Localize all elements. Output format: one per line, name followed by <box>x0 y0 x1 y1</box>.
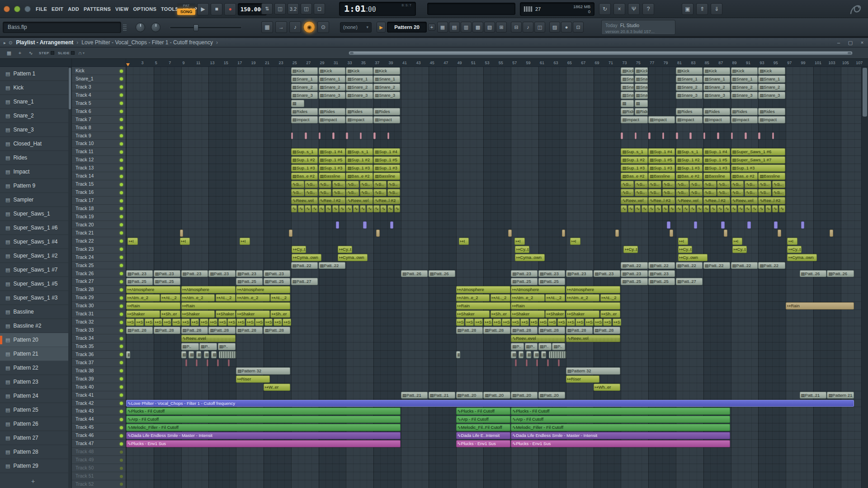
clip[interactable]: ▤Snare_1 <box>319 75 345 83</box>
clip[interactable]: ↦Rain <box>126 302 180 310</box>
clip[interactable]: ∿Arp - Fil Cutoff <box>511 416 730 423</box>
track-row-41[interactable]: Track 41 <box>72 391 126 399</box>
clip[interactable]: ▤Bassline <box>373 173 400 180</box>
clip[interactable]: ∿S.. <box>346 189 359 196</box>
step-toggle[interactable]: STEP <box>39 51 54 55</box>
slide-toggle[interactable]: SLIDE <box>58 51 75 55</box>
clip[interactable]: ↦I <box>732 238 743 245</box>
clip[interactable]: ↦S.. <box>200 319 208 326</box>
track-led-icon[interactable] <box>120 305 123 308</box>
add-pattern-plus-button[interactable]: + <box>28 478 38 486</box>
position-display[interactable] <box>427 3 515 15</box>
clip[interactable]: ▤Pattern 32 <box>236 367 290 375</box>
clip[interactable]: ↦I <box>514 238 525 245</box>
playlist-options-icon[interactable]: ▦ <box>5 49 14 57</box>
clip[interactable]: ∿S.. <box>689 181 703 188</box>
track-row-35[interactable]: Track 35 <box>72 343 126 351</box>
clip[interactable]: ∿S.. <box>648 189 661 196</box>
clip[interactable]: ▤Patt..23 <box>594 270 620 277</box>
track-row-11[interactable]: Track 11 <box>72 148 126 156</box>
clip[interactable]: ▤Patt..23 <box>566 270 593 277</box>
clip[interactable]: ∿Reev..evel <box>511 335 565 342</box>
pattern-item-18[interactable]: ▤Bassline <box>0 305 68 319</box>
toggle-browser[interactable]: ▧ <box>484 22 495 33</box>
clip[interactable]: ∿S.. <box>635 189 648 196</box>
clip[interactable]: ▤P.. <box>525 343 538 350</box>
clip[interactable]: ▤Bassline <box>319 173 345 180</box>
clip[interactable]: ∿S.. <box>745 189 758 196</box>
clip[interactable]: ▤Sup..1 #4 <box>319 148 345 155</box>
clip[interactable] <box>747 221 751 229</box>
clip[interactable]: ▤Snare_1 <box>758 75 785 83</box>
clip[interactable]: ↦S.. <box>520 319 529 326</box>
pattern-item-4[interactable]: ▤Snare_2 <box>0 109 68 123</box>
track-led-icon[interactable] <box>120 296 123 300</box>
clip[interactable]: ↦S.. <box>493 319 501 326</box>
clip[interactable]: ▤Patt..28 <box>154 327 180 334</box>
clip[interactable]: ↦S.. <box>246 319 255 326</box>
clip[interactable]: ↦Cy..t <box>678 246 693 253</box>
clip[interactable] <box>319 132 321 140</box>
clip[interactable]: ↦Atm..e_2 <box>181 294 215 301</box>
clip[interactable]: ▤P.. <box>511 343 524 350</box>
clip[interactable]: ∿Melodic_Fil..Fil Cutoff <box>456 424 510 431</box>
clip[interactable]: ∿ <box>298 205 304 212</box>
clip[interactable]: ▤Kick <box>291 67 318 75</box>
track-row-6[interactable]: Track 6 <box>72 108 126 116</box>
clip[interactable]: ▤Patt..25 <box>154 278 180 285</box>
clip[interactable]: ↦Atmosphere <box>511 286 565 293</box>
track-led-icon[interactable] <box>120 183 123 186</box>
clip[interactable]: ▤Impact <box>319 116 345 123</box>
track-led-icon[interactable] <box>120 369 123 372</box>
clip[interactable]: ▤ <box>541 351 546 358</box>
clip[interactable]: ∿ <box>676 205 682 212</box>
clip[interactable]: ↦I <box>570 238 580 245</box>
render-icon[interactable]: ⇓ <box>711 3 722 15</box>
clip[interactable]: ▤Rides <box>758 108 785 115</box>
clip[interactable]: ↦S.. <box>557 319 566 326</box>
clip[interactable]: ↦S.. <box>484 319 492 326</box>
clip[interactable]: ∿ <box>717 205 723 212</box>
clip[interactable]: ∿Melodic_Filler - Fil Cutoff <box>126 424 401 431</box>
clip[interactable]: ▤ <box>635 100 648 107</box>
track-row-21[interactable]: Track 21 <box>72 229 126 237</box>
clip[interactable]: ↦Atm..e_2 <box>456 294 490 301</box>
clip[interactable]: ∿S.. <box>731 189 744 196</box>
clip[interactable]: ▤Snare_1 <box>703 75 730 83</box>
clip[interactable]: ▤Patt..20 <box>538 392 565 399</box>
pattern-arrow-button[interactable]: ▶ <box>377 22 386 33</box>
clip[interactable]: ∿ <box>305 205 311 212</box>
save-icon[interactable]: ▣ <box>682 3 693 15</box>
clip[interactable]: ∿ <box>731 205 737 212</box>
clip[interactable] <box>373 132 376 140</box>
clip[interactable]: ∿ <box>724 205 730 212</box>
clip[interactable]: ↦S.. <box>227 319 236 326</box>
playlist-vertical-scroll-thumb[interactable] <box>863 68 867 117</box>
clip[interactable]: ▤ <box>526 351 531 358</box>
track-led-icon[interactable] <box>120 459 123 462</box>
clip[interactable] <box>336 221 340 229</box>
clip[interactable]: ↦Sh..er <box>600 310 620 318</box>
clip[interactable]: ▤Snare_2 <box>731 84 758 91</box>
clip[interactable]: ▤Snare_2 <box>758 84 785 91</box>
clip[interactable] <box>196 359 198 366</box>
track-led-icon[interactable] <box>120 102 123 105</box>
clip[interactable]: ↦Rain <box>456 302 510 310</box>
track-led-icon[interactable] <box>120 239 123 243</box>
clip[interactable]: ∿Ree..l #2 <box>648 197 675 204</box>
clip[interactable]: ↦At.._2 <box>545 294 565 301</box>
clip[interactable]: ▤Patt..20 <box>511 392 538 399</box>
metronome-icon[interactable]: ◫ <box>274 3 286 14</box>
clip[interactable]: ▤Sup..1 #3 <box>703 164 730 172</box>
clip[interactable]: ∿S.. <box>662 181 675 188</box>
track-row-1[interactable]: Kick <box>72 67 126 75</box>
playlist-menu-arrow-icon[interactable]: ▸ <box>4 40 6 45</box>
clip[interactable]: ↦S.. <box>172 319 181 326</box>
track-led-icon[interactable] <box>120 264 123 267</box>
clip[interactable]: ↦Cyma..own <box>292 254 321 261</box>
clip[interactable]: ▤Sup..1 #3 <box>319 164 345 172</box>
clip[interactable]: ∿S.. <box>360 181 373 188</box>
pattern-item-29[interactable]: ▤Pattern 29 <box>0 459 68 473</box>
clip[interactable]: ▤ <box>456 351 460 358</box>
clip[interactable]: ↦S.. <box>465 319 474 326</box>
